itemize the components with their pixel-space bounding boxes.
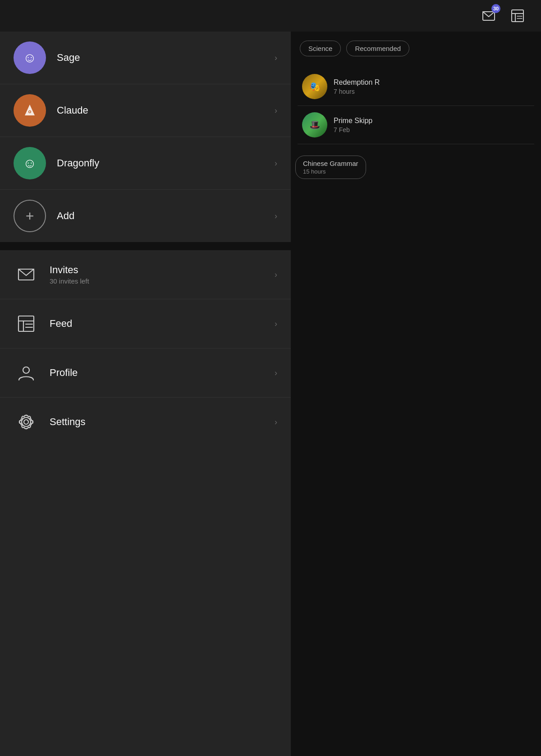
menu-text-invites: Invites 30 invites left bbox=[50, 264, 275, 285]
avatar-claude bbox=[14, 94, 46, 127]
header-bar: 30 bbox=[0, 0, 541, 32]
menu-item-feed[interactable]: Feed › bbox=[0, 299, 291, 348]
content-cards: 🎭 Redemption R 7 hours 🎩 Prime Skipp 7 F… bbox=[291, 63, 541, 149]
menu-section: Invites 30 invites left › Feed › bbox=[0, 250, 291, 756]
menu-text-settings: Settings bbox=[50, 416, 275, 428]
account-item-dragonfly[interactable]: ☺ Dragonfly › bbox=[0, 137, 291, 190]
account-name-claude: Claude bbox=[57, 105, 275, 116]
chevron-profile: › bbox=[275, 368, 277, 378]
mail-header-wrapper[interactable]: 30 bbox=[479, 6, 499, 26]
chevron-feed: › bbox=[275, 319, 277, 329]
menu-item-invites[interactable]: Invites 30 invites left › bbox=[0, 250, 291, 299]
person-icon bbox=[14, 360, 39, 385]
chevron-settings: › bbox=[275, 417, 277, 427]
svg-point-16 bbox=[24, 420, 28, 424]
chinese-grammar-chip[interactable]: Chinese Grammar 15 hours bbox=[295, 156, 366, 179]
newspaper-icon bbox=[14, 311, 39, 336]
svg-point-8 bbox=[29, 111, 31, 113]
menu-title-settings: Settings bbox=[50, 416, 275, 428]
card-redemption[interactable]: 🎭 Redemption R 7 hours bbox=[298, 68, 534, 106]
svg-point-17 bbox=[22, 417, 31, 426]
chevron-claude: › bbox=[275, 106, 277, 115]
chinese-grammar-title: Chinese Grammar bbox=[303, 160, 358, 167]
menu-subtitle-invites: 30 invites left bbox=[50, 277, 275, 285]
chevron-dragonfly: › bbox=[275, 159, 277, 168]
drawer: ☺ Sage › Claude › ☺ Dragonfly › bbox=[0, 32, 291, 756]
mail-badge: 30 bbox=[491, 4, 500, 13]
card-title-prime: Prime Skipp bbox=[334, 117, 530, 125]
card-info-redemption: Redemption R 7 hours bbox=[334, 78, 530, 95]
avatar-dragonfly: ☺ bbox=[14, 147, 46, 179]
right-panel: Science Recommended 🎭 Redemption R 7 hou… bbox=[291, 32, 541, 756]
accounts-section: ☺ Sage › Claude › ☺ Dragonfly › bbox=[0, 32, 291, 242]
menu-item-profile[interactable]: Profile › bbox=[0, 348, 291, 398]
card-sub-redemption: 7 hours bbox=[334, 88, 530, 95]
svg-point-15 bbox=[23, 367, 29, 373]
chinese-grammar-sub: 15 hours bbox=[303, 168, 358, 175]
avatar-prime: 🎩 bbox=[302, 112, 327, 137]
mail-icon bbox=[14, 262, 39, 287]
avatar-sage: ☺ bbox=[14, 41, 46, 74]
menu-title-invites: Invites bbox=[50, 264, 275, 276]
menu-item-settings[interactable]: Settings › bbox=[0, 398, 291, 446]
section-divider bbox=[0, 242, 291, 250]
filter-recommended[interactable]: Recommended bbox=[346, 41, 409, 56]
gear-icon bbox=[14, 409, 39, 435]
chevron-invites: › bbox=[275, 270, 277, 279]
account-name-add: Add bbox=[57, 210, 275, 222]
account-item-sage[interactable]: ☺ Sage › bbox=[0, 32, 291, 84]
account-item-add[interactable]: + Add › bbox=[0, 190, 291, 242]
card-sub-prime: 7 Feb bbox=[334, 126, 530, 133]
menu-title-feed: Feed bbox=[50, 318, 275, 330]
menu-text-feed: Feed bbox=[50, 318, 275, 330]
account-item-claude[interactable]: Claude › bbox=[0, 84, 291, 137]
account-name-dragonfly: Dragonfly bbox=[57, 157, 275, 169]
menu-text-profile: Profile bbox=[50, 367, 275, 379]
card-title-redemption: Redemption R bbox=[334, 78, 530, 87]
avatar-redemption: 🎭 bbox=[302, 74, 327, 99]
avatar-add: + bbox=[14, 200, 46, 232]
chevron-add: › bbox=[275, 211, 277, 221]
account-name-sage: Sage bbox=[57, 52, 275, 64]
card-info-prime: Prime Skipp 7 Feb bbox=[334, 117, 530, 133]
svg-marker-6 bbox=[25, 105, 35, 115]
feed-header-icon[interactable] bbox=[508, 6, 527, 26]
filter-science[interactable]: Science bbox=[300, 41, 341, 56]
chevron-sage: › bbox=[275, 53, 277, 63]
filter-row: Science Recommended bbox=[291, 32, 541, 63]
svg-rect-1 bbox=[512, 10, 523, 22]
feed-header-wrapper[interactable] bbox=[508, 6, 527, 26]
menu-title-profile: Profile bbox=[50, 367, 275, 379]
card-prime[interactable]: 🎩 Prime Skipp 7 Feb bbox=[298, 106, 534, 144]
